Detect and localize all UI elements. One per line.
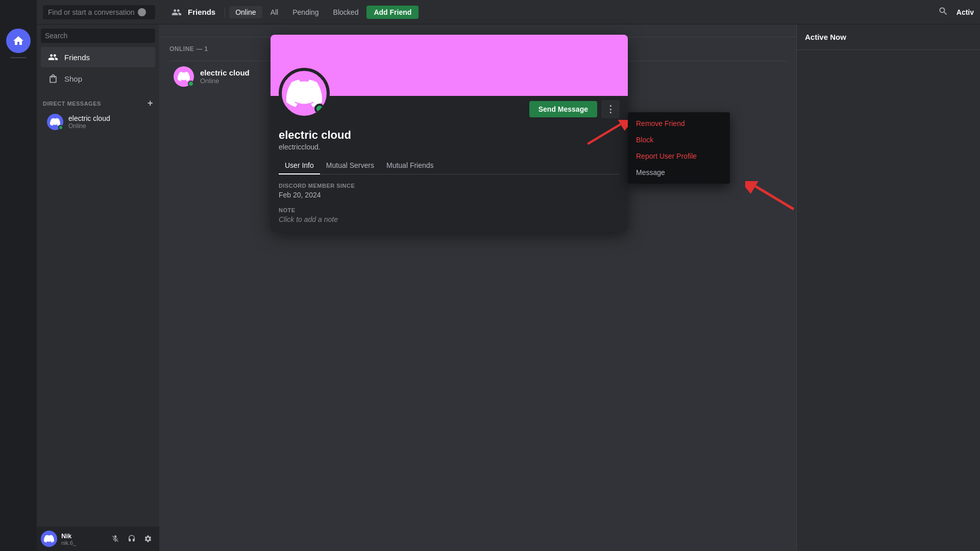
add-friend-button[interactable]: Add Friend <box>366 6 419 19</box>
friends-nav-icon <box>170 6 183 18</box>
profile-actions: Send Message ⋮ <box>529 100 620 118</box>
nav-all[interactable]: All <box>264 6 285 18</box>
nav-items: Friends Online All Pending Blocked Add F… <box>165 4 419 20</box>
sidebar-search[interactable]: Search <box>41 29 155 43</box>
nav-online[interactable]: Online <box>229 6 262 18</box>
send-message-button[interactable]: Send Message <box>529 101 597 117</box>
sidebar-friends-icon <box>47 51 59 63</box>
sidebar-dm-electric-cloud[interactable]: electric cloud Online <box>41 111 155 133</box>
dm-avatar-electric-cloud <box>47 114 63 130</box>
tab-user-info[interactable]: User Info <box>279 157 320 174</box>
add-dm-button[interactable]: + <box>148 98 153 109</box>
sidebar: Search Friends Shop DIRECT MESSAGES + e <box>37 24 159 551</box>
server-list <box>0 24 37 551</box>
find-conversation-search[interactable]: Find or start a conversation <box>43 5 155 19</box>
user-avatar <box>41 531 57 547</box>
profile-status-indicator <box>314 104 325 114</box>
sidebar-shop-icon <box>47 72 59 85</box>
dm-status-dot <box>58 125 63 130</box>
nav-blocked[interactable]: Blocked <box>327 6 365 18</box>
sidebar-dm-header: DIRECT MESSAGES + <box>37 90 159 111</box>
nav-divider <box>225 7 225 17</box>
dm-user-info: electric cloud Online <box>68 114 110 130</box>
search-circle-icon <box>138 8 146 16</box>
server-divider <box>10 57 27 58</box>
friend-status-dot <box>188 81 194 87</box>
sidebar-friends-label: Friends <box>64 53 90 62</box>
profile-modal: Send Message ⋮ electric cloud electriccl… <box>271 35 628 232</box>
mute-button[interactable] <box>108 532 122 546</box>
settings-button[interactable] <box>141 532 155 546</box>
home-server-icon[interactable] <box>6 29 31 53</box>
top-bar: Find or start a conversation Friends Onl… <box>37 0 980 24</box>
user-tag: nik.6_ <box>61 540 104 546</box>
search-icon-topright[interactable] <box>938 6 948 18</box>
profile-handle: electriccloud. <box>279 143 620 151</box>
profile-tabs: User Info Mutual Servers Mutual Friends <box>279 157 620 174</box>
more-options-button[interactable]: ⋮ <box>601 100 620 118</box>
nav-pending[interactable]: Pending <box>286 6 325 18</box>
activity-panel-title: Active Now <box>805 33 846 41</box>
search-placeholder-text: Find or start a conversation <box>48 8 135 16</box>
dm-username: electric cloud <box>68 114 110 122</box>
profile-body: electric cloud electriccloud. User Info … <box>271 129 628 232</box>
dm-status: Online <box>68 122 110 130</box>
note-add[interactable]: Click to add a note <box>279 215 620 223</box>
nav-friends[interactable]: Friends <box>165 4 220 20</box>
sidebar-search-placeholder: Search <box>45 32 67 40</box>
discord-member-since-label: DISCORD MEMBER SINCE <box>279 183 620 189</box>
profile-avatar <box>279 68 330 119</box>
sidebar-item-shop[interactable]: Shop <box>41 68 155 89</box>
profile-username: electric cloud <box>279 129 620 142</box>
friend-avatar-electric-cloud <box>174 66 194 87</box>
activity-panel: Active Now <box>796 24 980 551</box>
friends-nav-label: Friends <box>188 8 215 16</box>
user-panel: Nik nik.6_ <box>37 527 159 551</box>
deafen-button[interactable] <box>125 532 139 546</box>
discord-member-since-value: Feb 20, 2024 <box>279 191 620 199</box>
activity-label: Activ <box>957 8 974 16</box>
user-info: Nik nik.6_ <box>61 532 104 546</box>
profile-avatar-area: Send Message ⋮ <box>271 96 628 129</box>
user-controls <box>108 532 155 546</box>
sidebar-item-friends[interactable]: Friends <box>41 47 155 67</box>
note-label: NOTE <box>279 207 620 213</box>
tab-mutual-friends[interactable]: Mutual Friends <box>380 157 440 174</box>
sidebar-shop-label: Shop <box>64 74 82 83</box>
tab-mutual-servers[interactable]: Mutual Servers <box>320 157 380 174</box>
user-name: Nik <box>61 532 104 540</box>
